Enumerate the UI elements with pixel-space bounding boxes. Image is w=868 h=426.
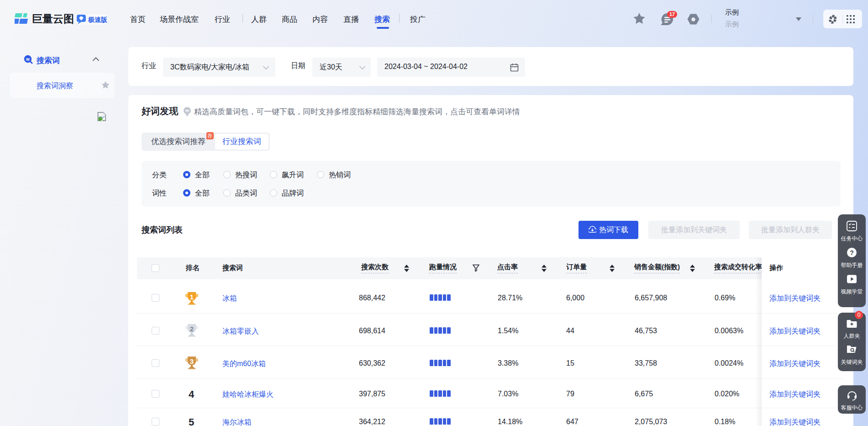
svg-text:1: 1	[190, 293, 194, 301]
svg-text:w: w	[26, 57, 30, 62]
svg-text:?: ?	[850, 249, 854, 256]
svg-text:2: 2	[190, 325, 194, 333]
svg-text:3: 3	[190, 357, 194, 365]
